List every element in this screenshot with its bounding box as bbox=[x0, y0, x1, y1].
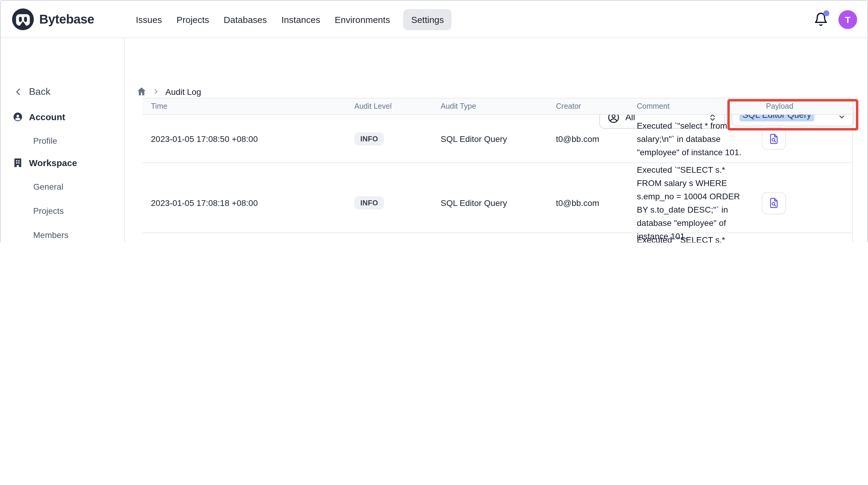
table-row: 2023-01-05 17:08:18 +08:00 INFO SQL Edit… bbox=[143, 163, 852, 233]
table-row: 2023-01-05 17:08:16 +08:00 INFO SQL Edit… bbox=[143, 233, 852, 242]
nav-item-settings[interactable]: Settings bbox=[403, 9, 452, 30]
comment-cell: Executed `"SELECT s.* FROM salary s WHER… bbox=[628, 163, 749, 242]
creator-cell: t0@bb.com bbox=[548, 198, 628, 208]
app-window: Bytebase Issues Projects Databases Insta… bbox=[0, 0, 868, 242]
nav-item-databases[interactable]: Databases bbox=[222, 9, 268, 29]
settings-sidebar: Back Account Profile Workspace General P… bbox=[1, 38, 125, 242]
table-row: 2023-01-05 17:08:50 +08:00 INFO SQL Edit… bbox=[143, 115, 852, 163]
payload-cell bbox=[749, 192, 853, 214]
column-header-comment: Comment bbox=[628, 102, 749, 111]
top-navigation-bar: Bytebase Issues Projects Databases Insta… bbox=[1, 1, 867, 38]
comment-cell: Executed `"SELECT s.* FROM salary s WHER… bbox=[628, 233, 749, 242]
view-payload-button[interactable] bbox=[762, 192, 786, 214]
breadcrumb: Audit Log bbox=[136, 86, 201, 97]
chevron-right-icon bbox=[152, 88, 160, 95]
account-icon bbox=[13, 112, 23, 122]
time-cell: 2023-01-05 17:08:50 +08:00 bbox=[143, 134, 346, 143]
sidebar-section-workspace: Workspace bbox=[13, 158, 77, 168]
bytebase-logo[interactable]: Bytebase bbox=[11, 1, 94, 38]
section-label: Workspace bbox=[29, 158, 77, 168]
chevron-left-icon bbox=[13, 86, 24, 97]
nav-item-issues[interactable]: Issues bbox=[134, 9, 163, 29]
nav-item-instances[interactable]: Instances bbox=[280, 9, 321, 29]
audit-type-cell: SQL Editor Query bbox=[432, 134, 548, 143]
main-content: Audit Log All SQL Editor Query Time Audi… bbox=[125, 38, 867, 242]
nav-item-environments[interactable]: Environments bbox=[334, 9, 391, 29]
back-label: Back bbox=[29, 86, 51, 97]
audit-level-cell: INFO bbox=[346, 196, 432, 209]
creator-cell: t0@bb.com bbox=[548, 134, 628, 143]
column-header-payload: Payload bbox=[749, 102, 853, 111]
page-title: Audit Log bbox=[165, 87, 201, 96]
column-header-creator: Creator bbox=[548, 102, 628, 111]
document-search-icon bbox=[768, 133, 780, 145]
audit-log-table: Time Audit Level Audit Type Creator Comm… bbox=[143, 98, 853, 242]
column-header-audit-type: Audit Type bbox=[432, 102, 548, 111]
bytebase-logo-icon bbox=[11, 8, 34, 31]
sidebar-item-profile[interactable]: Profile bbox=[33, 134, 57, 148]
audit-level-cell: INFO bbox=[346, 132, 432, 145]
audit-type-cell: SQL Editor Query bbox=[432, 198, 548, 208]
level-badge-info: INFO bbox=[354, 132, 384, 145]
back-button[interactable]: Back bbox=[13, 86, 51, 97]
payload-cell bbox=[749, 127, 853, 150]
sidebar-item-general[interactable]: General bbox=[33, 179, 63, 194]
notification-dot bbox=[823, 10, 829, 16]
home-icon[interactable] bbox=[136, 86, 147, 97]
table-header-row: Time Audit Level Audit Type Creator Comm… bbox=[143, 98, 852, 115]
sidebar-section-account: Account bbox=[13, 112, 65, 122]
section-label: Account bbox=[29, 112, 65, 122]
avatar[interactable]: T bbox=[838, 10, 857, 29]
sidebar-item-projects[interactable]: Projects bbox=[33, 203, 64, 218]
sidebar-item-members[interactable]: Members bbox=[33, 228, 68, 242]
nav-item-projects[interactable]: Projects bbox=[175, 9, 210, 29]
workspace-icon bbox=[13, 158, 23, 168]
comment-cell: Executed `"select * from salary;\n"` in … bbox=[628, 119, 749, 159]
document-search-icon bbox=[768, 197, 780, 209]
column-header-time: Time bbox=[143, 102, 346, 111]
notification-bell-button[interactable] bbox=[814, 12, 828, 27]
nav-right-controls: T bbox=[814, 1, 857, 38]
view-payload-button[interactable] bbox=[762, 127, 786, 150]
brand-name: Bytebase bbox=[39, 12, 94, 27]
level-badge-info: INFO bbox=[354, 196, 384, 209]
time-cell: 2023-01-05 17:08:18 +08:00 bbox=[143, 198, 346, 208]
primary-nav: Issues Projects Databases Instances Envi… bbox=[134, 1, 452, 38]
column-header-audit-level: Audit Level bbox=[346, 102, 432, 111]
